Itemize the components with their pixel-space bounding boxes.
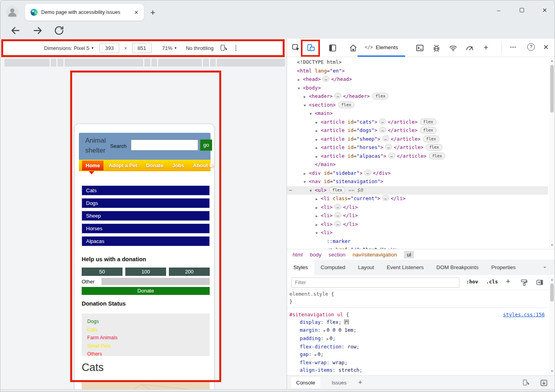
breadcrumb-item[interactable]: html <box>293 252 303 258</box>
rotate-device-icon[interactable] <box>522 379 530 387</box>
animal-link-button[interactable]: Horses <box>82 224 210 233</box>
flex-editor-icon[interactable] <box>344 319 349 326</box>
overflow-menu-icon[interactable]: ⋯ <box>289 186 293 195</box>
media-query-tick[interactable] <box>56 59 57 67</box>
flex-badge[interactable]: flex <box>338 101 354 108</box>
throttling-dropdown[interactable]: No throttling <box>186 45 214 51</box>
css-declaration[interactable]: flex-wrap: wrap; <box>287 359 548 366</box>
dom-tree-row[interactable]: ▶<li class="current">…</li> <box>287 195 548 203</box>
forward-button[interactable] <box>32 25 43 36</box>
styles-filter-input[interactable] <box>291 277 459 288</box>
element-style-rule[interactable]: } <box>287 298 548 305</box>
css-declaration[interactable]: align-items: stretch; <box>287 366 548 374</box>
expand-arrow-icon[interactable]: ▶ <box>315 353 317 357</box>
collapsed-content-pill[interactable]: … <box>334 204 341 210</box>
media-query-tick[interactable] <box>209 59 210 67</box>
expand-arrow-icon[interactable]: ▼ <box>304 178 309 186</box>
media-query-tick[interactable] <box>157 59 158 67</box>
css-rule-header[interactable]: #sitenavigation ul {styles.css:156 <box>287 311 548 318</box>
dom-tree-row[interactable]: ▶<li>…</li> <box>287 212 548 220</box>
dom-tree-row[interactable]: <!DOCTYPE html> <box>287 58 548 67</box>
chevron-down-icon[interactable]: ⌄ <box>542 263 547 269</box>
collapsed-content-pill[interactable]: … <box>379 127 386 133</box>
close-devtools-icon[interactable]: ✕ <box>543 43 549 52</box>
expand-arrow-icon[interactable]: ▼ <box>310 187 315 195</box>
reload-button[interactable] <box>54 25 65 36</box>
media-query-tick[interactable] <box>143 59 144 67</box>
flex-badge[interactable]: flex <box>429 153 445 159</box>
expand-arrow-icon[interactable]: ▶ <box>316 195 321 203</box>
device-dimensions-dropdown[interactable]: Dimensions: Pixel 5▼ <box>44 45 94 51</box>
collapsed-content-pill[interactable]: … <box>334 212 341 218</box>
expand-arrow-icon[interactable]: ▶ <box>316 204 321 212</box>
amount-button[interactable]: 100 <box>125 268 166 276</box>
css-declaration[interactable]: gap: ▶0; <box>287 350 548 359</box>
more-tools-icon[interactable]: + <box>484 43 488 52</box>
flex-badge[interactable]: flex <box>329 187 345 193</box>
flex-badge[interactable]: flex <box>420 119 436 125</box>
dom-tree-row[interactable]: ▶<li>…</li> <box>287 203 548 212</box>
scroll-down-icon[interactable]: ▼ <box>549 242 555 248</box>
device-toolbar-menu-icon[interactable]: ⋮ <box>233 44 239 52</box>
collapsed-content-pill[interactable]: … <box>382 136 389 142</box>
profile-avatar[interactable] <box>6 6 19 18</box>
expand-arrow-icon[interactable]: ▶ <box>316 221 321 229</box>
dom-tree-row[interactable]: ▶<head>…</head> <box>287 75 548 84</box>
amount-button[interactable]: 200 <box>169 268 210 276</box>
media-query-tick[interactable] <box>202 59 203 67</box>
dom-tree-row[interactable]: ▶<div id="sidebar">…</div> <box>287 169 548 178</box>
animal-link-button[interactable]: Dogs <box>82 198 210 208</box>
status-item[interactable]: Cats <box>87 326 204 334</box>
dom-tree-row[interactable]: <html lang="en"> <box>287 67 548 76</box>
minimize-button[interactable]: – <box>493 7 505 13</box>
media-query-tick[interactable] <box>150 59 151 67</box>
panel-tab-dom-breakpoints[interactable]: DOM Breakpoints <box>430 260 485 275</box>
expand-arrow-icon[interactable]: ▶ <box>304 93 309 101</box>
flex-badge[interactable]: flex <box>423 136 439 142</box>
dom-tree-scrollbar[interactable]: ▲ ▼ <box>549 58 555 248</box>
dom-tree-row[interactable]: ▶<article id="dogs">…</article>flex <box>287 126 548 135</box>
expand-arrow-icon[interactable]: ▶ <box>316 212 321 220</box>
site-nav-item[interactable]: Jobs <box>168 161 188 170</box>
device-height-input[interactable] <box>132 43 152 53</box>
computed-sidebar-toggle-icon[interactable] <box>536 279 544 286</box>
expand-arrow-icon[interactable]: ▶ <box>298 76 303 84</box>
tab-elements[interactable]: </> Elements <box>358 39 405 57</box>
expand-arrow-icon[interactable]: ▶ <box>316 127 321 135</box>
media-query-tick[interactable] <box>63 59 65 67</box>
panel-tab-styles[interactable]: Styles <box>287 260 314 275</box>
media-query-tick[interactable] <box>50 59 51 67</box>
dom-tree-row[interactable]: ▼<body> <box>287 84 548 93</box>
panel-tab-event-listeners[interactable]: Event Listeners <box>381 260 430 275</box>
expand-arrow-icon[interactable]: ▶ <box>316 153 321 161</box>
css-declaration[interactable]: display: flex; <box>287 318 548 326</box>
panel-tab-properties[interactable]: Properties <box>485 260 522 275</box>
new-style-rule-button[interactable]: + <box>506 277 510 286</box>
dom-tree-row[interactable]: ⋯▼<ul>flex == $0 <box>287 186 548 195</box>
collapsed-content-pill[interactable]: … <box>334 93 341 99</box>
class-toggle[interactable]: .cls <box>486 279 498 285</box>
activity-bar-icon[interactable] <box>328 44 337 52</box>
expand-arrow-icon[interactable]: ▼ <box>310 110 315 118</box>
debug-icon[interactable] <box>432 44 441 52</box>
collapsed-content-pill[interactable]: … <box>385 144 392 150</box>
css-declaration[interactable]: flex-direction: row; <box>287 343 548 350</box>
expand-arrow-icon[interactable]: ▶ <box>323 329 325 333</box>
scroll-up-icon[interactable]: ▲ <box>549 58 555 64</box>
element-style-rule[interactable]: element.style { <box>287 290 548 298</box>
collapsed-content-pill[interactable]: … <box>388 153 395 159</box>
expand-arrow-icon[interactable]: ▶ <box>316 119 321 127</box>
expand-arrow-icon[interactable]: ▼ <box>316 229 321 237</box>
expand-arrow-icon[interactable]: ▶ <box>304 170 309 178</box>
help-icon[interactable]: ? <box>527 43 535 51</box>
css-declaration[interactable]: padding: ▶0; <box>287 335 548 343</box>
site-nav-item[interactable]: About Us <box>189 161 214 170</box>
flex-badge[interactable]: flex <box>426 144 442 151</box>
other-amount-input[interactable] <box>101 278 210 285</box>
breadcrumb-item[interactable]: ul <box>404 251 414 258</box>
device-width-input[interactable] <box>100 43 119 53</box>
status-item[interactable]: Small Pets <box>87 342 204 350</box>
drawer-tab-console[interactable]: Console <box>291 377 320 388</box>
close-window-button[interactable]: ✕ <box>539 7 551 14</box>
devtools-more-menu-icon[interactable]: ⋯ <box>510 43 517 51</box>
